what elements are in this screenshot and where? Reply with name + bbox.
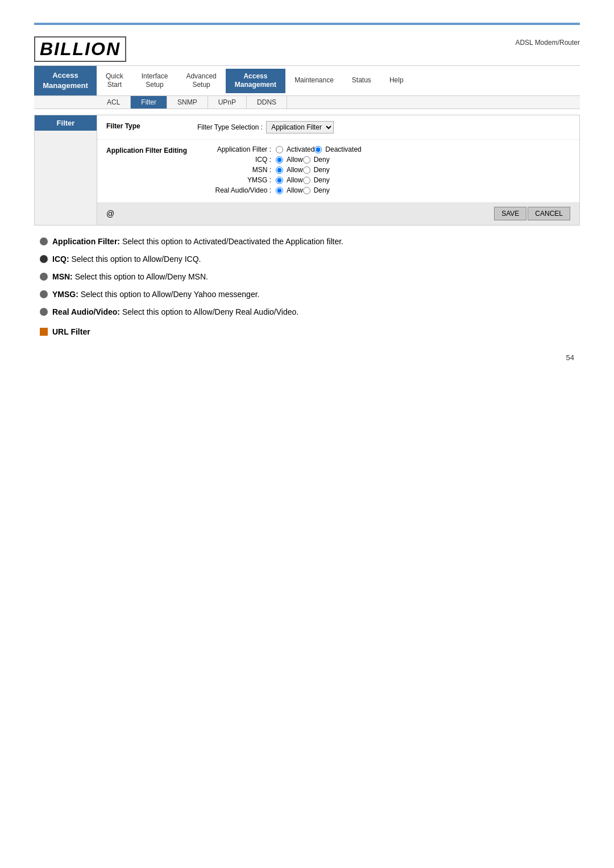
nav-interface-setup[interactable]: InterfaceSetup <box>132 69 177 93</box>
icq-allow-label[interactable]: Allow <box>276 156 303 164</box>
desc-app-filter-term: Application Filter: <box>52 237 120 246</box>
device-label: ADSL Modem/Router <box>515 36 580 47</box>
subnav-filter[interactable]: Filter <box>131 96 167 108</box>
real-allow-text: Allow <box>287 186 303 194</box>
icq-deny-radio[interactable] <box>303 156 310 164</box>
icq-allow-text: Allow <box>287 156 303 164</box>
nav-status[interactable]: Status <box>343 73 380 89</box>
msn-label: MSN : <box>197 166 271 174</box>
filter-type-field: Filter Type Selection : Application Filt… <box>197 121 334 133</box>
icq-label: ICQ : <box>197 156 271 164</box>
desc-app-filter-text: Select this option to Activated/Deactiva… <box>122 237 343 246</box>
nav-help[interactable]: Help <box>380 73 413 89</box>
action-row: @ SAVE CANCEL <box>97 202 579 225</box>
form-area: Filter Type Filter Type Selection : Appl… <box>97 115 579 225</box>
btn-group: SAVE CANCEL <box>494 207 570 220</box>
desc-real-text: Select this option to Allow/Deny Real Au… <box>122 307 298 316</box>
app-filter-deactivated-radio[interactable] <box>314 146 322 153</box>
ymsg-deny-label[interactable]: Deny <box>303 176 330 184</box>
filter-type-label: Filter Type <box>106 121 197 130</box>
desc-icq-term: ICQ: <box>52 254 69 264</box>
filter-type-select[interactable]: Application Filter URL Filter <box>266 121 334 133</box>
subnav-snmp[interactable]: SNMP <box>167 96 208 108</box>
bullet-url-filter <box>40 328 48 336</box>
desc-ymsg: YMSG: Select this option to Allow/Deny Y… <box>40 289 574 301</box>
app-filter-label: Application Filter : <box>197 145 271 153</box>
nav-access-management-label: AccessManagement <box>34 66 97 95</box>
header: BILLION ADSL Modem/Router <box>34 31 580 66</box>
cancel-button[interactable]: CANCEL <box>528 207 570 220</box>
ymsg-label: YMSG : <box>197 176 271 184</box>
subnav-ddns[interactable]: DDNS <box>247 96 287 108</box>
app-filter-editing-row: Application Filter Editing Application F… <box>97 140 579 202</box>
logo: BILLION <box>34 36 126 62</box>
url-filter-label: URL Filter <box>52 327 90 336</box>
main-content: Filter Filter Type Filter Type Selection… <box>34 115 580 226</box>
ymsg-allow-radio[interactable] <box>276 177 283 184</box>
sub-nav: ACL Filter SNMP UPnP DDNS <box>34 96 580 109</box>
icq-deny-label[interactable]: Deny <box>303 156 330 164</box>
save-button[interactable]: SAVE <box>494 207 526 220</box>
top-border <box>34 23 580 25</box>
real-deny-label[interactable]: Deny <box>303 186 330 194</box>
content-sidebar: Filter <box>35 115 97 225</box>
filter-type-row: Filter Type Filter Type Selection : Appl… <box>97 115 579 140</box>
nav-items: QuickStart InterfaceSetup AdvancedSetup … <box>97 69 580 93</box>
app-filter-editing-label: Application Filter Editing <box>106 145 197 155</box>
app-filter-status-row: Application Filter : Activated Deactivat… <box>197 145 362 153</box>
description-section: Application Filter: Select this option t… <box>34 236 580 336</box>
real-allow-radio[interactable] <box>276 187 283 194</box>
real-deny-radio[interactable] <box>303 187 310 194</box>
ymsg-allow-label[interactable]: Allow <box>276 176 303 184</box>
sidebar-filter-section: Filter <box>35 115 97 131</box>
msn-allow-label[interactable]: Allow <box>276 166 303 174</box>
bullet-msn <box>40 273 48 281</box>
desc-msn: MSN: Select this option to Allow/Deny MS… <box>40 271 574 283</box>
bullet-real <box>40 308 48 316</box>
bullet-ymsg <box>40 290 48 298</box>
app-filter-activated-radio[interactable] <box>276 146 283 153</box>
msn-deny-text: Deny <box>314 166 330 174</box>
desc-ymsg-text: Select this option to Allow/Deny Yahoo m… <box>81 290 260 299</box>
desc-app-filter: Application Filter: Select this option t… <box>40 236 574 248</box>
icq-row: ICQ : Allow Deny <box>197 156 362 164</box>
desc-msn-text: Select this option to Allow/Deny MSN. <box>75 272 208 281</box>
msn-allow-text: Allow <box>287 166 303 174</box>
app-filter-deactivated-label[interactable]: Deactivated <box>314 145 361 153</box>
msn-deny-label[interactable]: Deny <box>303 166 330 174</box>
desc-ymsg-term: YMSG: <box>52 290 78 299</box>
bullet-app-filter <box>40 237 48 245</box>
bullet-icq <box>40 255 48 263</box>
msn-allow-radio[interactable] <box>276 166 283 174</box>
nav-maintenance[interactable]: Maintenance <box>285 73 343 89</box>
icq-deny-text: Deny <box>314 156 330 164</box>
content-inner: Filter Filter Type Filter Type Selection… <box>35 115 579 225</box>
page-number: 54 <box>34 353 580 362</box>
icq-allow-radio[interactable] <box>276 156 283 164</box>
desc-icq: ICQ: Select this option to Allow/Deny IC… <box>40 253 574 265</box>
desc-real-term: Real Audio/Video: <box>52 307 120 316</box>
at-sign: @ <box>106 209 114 218</box>
main-nav: AccessManagement QuickStart InterfaceSet… <box>34 66 580 96</box>
subnav-acl[interactable]: ACL <box>97 96 131 108</box>
msn-deny-radio[interactable] <box>303 166 310 174</box>
msn-row: MSN : Allow Deny <box>197 166 362 174</box>
app-filter-editing-fields: Application Filter : Activated Deactivat… <box>197 145 362 197</box>
desc-icq-text: Select this option to Allow/Deny ICQ. <box>71 254 201 264</box>
real-deny-text: Deny <box>314 186 330 194</box>
real-allow-label[interactable]: Allow <box>276 186 303 194</box>
nav-quick-start[interactable]: QuickStart <box>97 69 132 93</box>
real-audio-label: Real Audio/Video : <box>197 186 271 194</box>
ymsg-row: YMSG : Allow Deny <box>197 176 362 184</box>
nav-advanced-setup[interactable]: AdvancedSetup <box>177 69 225 93</box>
subnav-upnp[interactable]: UPnP <box>208 96 247 108</box>
app-filter-activated-label[interactable]: Activated <box>276 145 314 153</box>
ymsg-deny-text: Deny <box>314 176 330 184</box>
url-filter-item: URL Filter <box>40 327 574 336</box>
ymsg-deny-radio[interactable] <box>303 177 310 184</box>
real-audio-row: Real Audio/Video : Allow Deny <box>197 186 362 194</box>
nav-access-management[interactable]: AccessManagement <box>226 69 285 93</box>
ymsg-allow-text: Allow <box>287 176 303 184</box>
filter-type-selection-label: Filter Type Selection : <box>197 123 263 131</box>
desc-real: Real Audio/Video: Select this option to … <box>40 306 574 318</box>
